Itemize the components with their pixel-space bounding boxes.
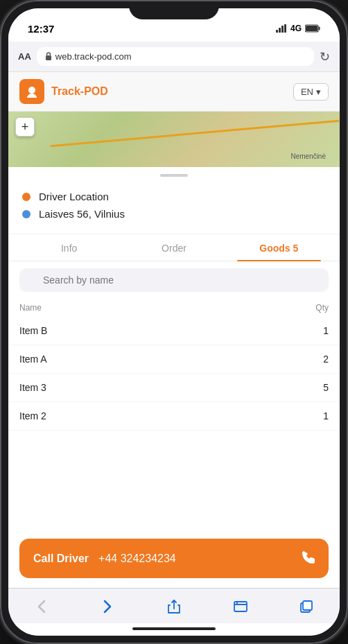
item-qty: 1	[323, 325, 329, 336]
map-zoom-in-button[interactable]: +	[15, 117, 35, 137]
driver-location-item: Driver Location	[22, 188, 326, 205]
map-label: Nemenčinė	[290, 153, 326, 160]
main-content: Driver Location Laisves 56, Vilnius Info…	[8, 167, 340, 636]
item-name: Item B	[19, 325, 47, 336]
browser-bottom-bar	[8, 588, 340, 623]
table-row: Item 3 5	[8, 374, 340, 402]
call-driver-info: Call Driver +44 324234234	[33, 552, 176, 565]
table-row: Item B 1	[8, 317, 340, 345]
browser-share-button[interactable]	[162, 594, 186, 619]
location-section: Driver Location Laisves 56, Vilnius	[8, 180, 340, 234]
svg-rect-16	[303, 601, 312, 610]
trackpod-logo-icon	[24, 84, 40, 99]
svg-rect-6	[306, 26, 317, 31]
screen: 12:37 4G	[8, 8, 340, 636]
address-location-item: Laisves 56, Vilnius	[22, 205, 326, 223]
browser-aa[interactable]: AA	[18, 51, 31, 62]
table-row: Item 2 1	[8, 402, 340, 430]
phone-shell: 12:37 4G	[0, 0, 348, 644]
browser-reload-button[interactable]: ↻	[320, 49, 330, 64]
tab-order[interactable]: Order	[121, 234, 226, 261]
browser-forward-button[interactable]	[95, 594, 120, 619]
item-name: Item A	[19, 354, 47, 365]
tab-goods[interactable]: Goods 5	[227, 234, 331, 261]
browser-back-button[interactable]	[29, 594, 54, 619]
home-indicator	[8, 623, 340, 636]
app-logo-text: Track-POD	[51, 85, 108, 98]
language-selector[interactable]: EN ▾	[293, 83, 329, 101]
address-location-dot	[22, 210, 31, 218]
address-location-label: Laisves 56, Vilnius	[39, 208, 125, 220]
col-name-header: Name	[19, 303, 42, 313]
status-time: 12:37	[28, 23, 54, 35]
search-container	[19, 268, 329, 292]
battery-icon	[305, 24, 320, 33]
call-driver-number: +44 324234234	[98, 552, 176, 565]
call-driver-label: Call Driver	[33, 552, 89, 565]
item-qty: 5	[323, 382, 329, 393]
browser-bookmarks-button[interactable]	[228, 594, 253, 619]
network-label: 4G	[290, 24, 302, 33]
item-name: Item 3	[19, 382, 46, 393]
tab-info[interactable]: Info	[17, 234, 121, 261]
call-driver-button[interactable]: Call Driver +44 324234234	[19, 539, 329, 578]
notch	[129, 0, 219, 19]
driver-location-label: Driver Location	[39, 191, 109, 202]
drag-handle-area	[8, 167, 340, 180]
map-area: + Nemenčinė	[8, 112, 340, 167]
status-icons: 4G	[276, 24, 320, 33]
language-label: EN	[301, 87, 313, 97]
svg-rect-3	[284, 24, 286, 33]
svg-rect-2	[281, 26, 284, 33]
browser-url-bar[interactable]: web.track-pod.com	[37, 47, 314, 66]
url-text: web.track-pod.com	[55, 51, 132, 62]
svg-rect-12	[234, 602, 247, 611]
item-qty: 1	[323, 410, 329, 421]
app-logo-icon	[19, 79, 44, 104]
svg-point-8	[28, 87, 35, 94]
driver-location-dot	[22, 193, 31, 201]
browser-bar: AA web.track-pod.com ↻	[8, 42, 340, 72]
chevron-down-icon: ▾	[316, 87, 321, 97]
svg-rect-0	[276, 30, 278, 33]
home-bar	[132, 627, 216, 630]
signal-icon	[276, 24, 287, 33]
drag-handle	[160, 174, 188, 177]
svg-rect-5	[319, 27, 320, 31]
items-list: Item B 1 Item A 2 Item 3 5 Item 2 1	[8, 317, 340, 532]
svg-rect-7	[46, 55, 51, 60]
item-qty: 2	[323, 354, 329, 365]
table-header: Name Qty	[8, 299, 340, 317]
svg-rect-1	[279, 28, 281, 33]
table-row: Item A 2	[8, 345, 340, 374]
search-input[interactable]	[19, 268, 329, 292]
col-qty-header: Qty	[315, 303, 329, 313]
browser-tabs-button[interactable]	[294, 594, 319, 619]
lock-icon	[45, 52, 52, 61]
item-name: Item 2	[19, 410, 46, 421]
phone-icon	[301, 550, 315, 567]
app-header: Track-POD EN ▾	[8, 72, 340, 112]
app-logo: Track-POD	[19, 79, 108, 104]
tab-bar: Info Order Goods 5	[8, 234, 340, 261]
search-section	[8, 261, 340, 299]
